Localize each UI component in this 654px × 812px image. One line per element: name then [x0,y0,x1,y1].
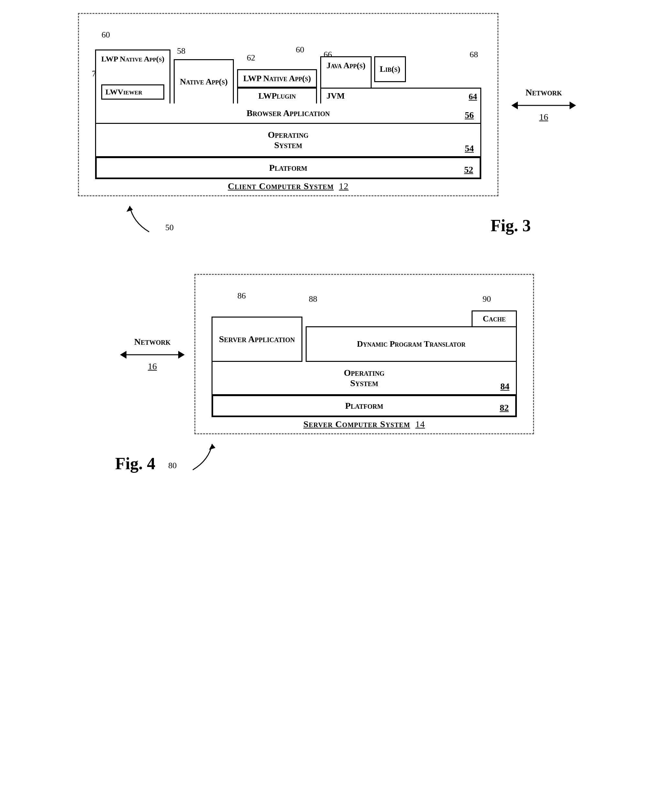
platform-label: Platform [269,163,307,173]
lwp-native-left-label: LWP Native App(s) [101,54,164,64]
fig3-section: 70 60 LWP Native App(s) LWViewer [36,13,618,235]
box-lwp-native-left: LWP Native App(s) LWViewer [95,49,170,104]
svg-marker-7 [209,444,215,450]
fig4-dashed-box: 86 Server Application 88 90 C [194,274,534,434]
fig3-client-system-label: Client Computer System 12 [228,181,349,191]
fig4-dpt-col: 88 90 Cache Dynamic Program Translator [306,310,517,362]
fig3-layers: 70 60 LWP Native App(s) LWViewer [95,27,481,179]
layer-browser: Browser Application 56 [95,104,481,124]
box-native-apps: Native App(s) [174,59,234,104]
ref-88: 88 [309,294,317,304]
ref-52: 52 [464,165,473,175]
box-lwplugin: LWPlugin [237,88,317,104]
fig3-java-row: Java App(s) Lib(s) [320,56,406,89]
fig3-top-row: 70 60 LWP Native App(s) LWViewer [95,27,481,104]
fig3-network-arrow [511,99,576,112]
layer-platform: Platform 52 [95,157,481,179]
box-server-app: Server Application [211,317,303,362]
ref-68: 68 [470,50,478,60]
cache-wrapper: Cache [306,310,517,327]
fig3-network-ref: 16 [539,112,548,122]
fig4-network-ref: 16 [148,361,157,372]
fig4-layers: 86 Server Application 88 90 C [211,288,517,417]
box-dpt: Dynamic Program Translator [306,326,517,362]
page-container: 70 60 LWP Native App(s) LWViewer [20,13,634,473]
layer-os: Operating System 54 [95,124,481,157]
box-lwpviewer: LWViewer [101,84,164,99]
os-label2: System [274,140,303,150]
fig4-section: Network 16 86 Server [36,274,618,473]
native-apps-container: 58 Native App(s) [174,46,234,104]
fig4-top-row: 86 Server Application 88 90 C [211,288,517,362]
box-libs: Lib(s) [374,56,406,82]
ref-64: 64 [469,92,477,102]
box-lwp-native-app: LWP Native App(s) [237,69,317,88]
os-label1: Operating [268,130,309,140]
native-apps-label: Native App(s) [180,76,228,87]
jvm-label: JVM [326,91,344,101]
box-java-app: Java App(s) [320,56,371,89]
ref-14: 14 [415,419,425,429]
svg-marker-6 [178,351,185,359]
ref-86: 86 [237,291,246,301]
fig3-content: 70 60 LWP Native App(s) LWViewer [36,13,618,196]
box-cache: Cache [472,310,517,327]
dpt-label: Dynamic Program Translator [357,339,465,350]
fig4-footer: Fig. 4 80 [108,441,546,473]
fig3-caption-text: Fig. 3 [490,216,531,235]
os-label: Operating System [102,130,474,150]
server-system-text: Server Computer System [303,419,410,429]
svg-marker-0 [511,102,518,109]
svg-marker-3 [127,206,133,212]
fig4-caption-text: Fig. 4 [115,454,155,473]
ref-60-left: 60 [102,30,110,40]
client-system-text: Client Computer System [228,181,334,191]
fig3-network-label: Network [526,87,562,98]
fig3-caption: Fig. 3 [490,216,531,235]
fig4-curve-arrow-svg [180,441,219,473]
fig3-dashed-box: 70 60 LWP Native App(s) LWViewer [78,13,498,196]
fig4-network-label: Network [134,337,170,347]
svg-marker-2 [570,102,576,109]
ref-84: 84 [500,381,509,392]
fig4-network-left: Network 16 [120,337,185,372]
ref-82: 82 [500,403,509,413]
ref-62: 62 [247,53,255,63]
fig3-curve-arrow-svg [123,203,162,235]
fig4-os-label1: Operating [344,368,385,378]
fig4-server-system-label: Server Computer System 14 [303,419,425,429]
ref-56: 56 [465,110,474,120]
fig4-layer-platform: Platform 82 [211,395,517,417]
fig3-right-col: 66 68 Java App(s) Lib(s) JVM 64 [320,53,481,104]
ref-54: 54 [465,143,474,154]
fig3-footer: 50 Fig. 3 [117,203,537,235]
ref-50: 50 [165,223,174,232]
ref-80: 80 [168,461,177,470]
fig4-content: Network 16 86 Server [36,274,618,434]
server-app-label: Server Application [219,334,295,345]
fig4-arrow-curve: 80 [168,441,219,473]
ref-60-mid: 60 [296,45,304,55]
fig4-network-arrow [120,348,185,361]
svg-marker-4 [120,351,127,359]
ref-58: 58 [177,46,185,56]
fig3-middle-col: 62 60 LWP Native App(s) LWPlugin [237,63,317,104]
browser-label: Browser Application [246,108,330,118]
fig4-os-label2: System [350,378,379,388]
ref-90: 90 [483,294,491,304]
fig3-arrow-curve: 50 [123,203,174,235]
lwp-native-left-container: LWP Native App(s) LWViewer [95,49,170,104]
ref-12: 12 [339,181,349,191]
fig3-network-area: Network 16 [511,87,576,122]
fig4-os-label: Operating System [219,368,509,388]
fig4-platform-label: Platform [345,401,383,411]
box-jvm: JVM 64 [320,88,481,104]
fig4-caption: Fig. 4 [115,454,155,473]
fig4-layer-os: Operating System 84 [211,362,517,395]
